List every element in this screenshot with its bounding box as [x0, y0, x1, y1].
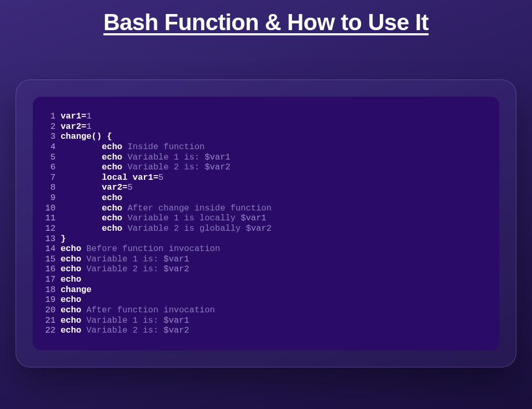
token-cmd: echo [61, 315, 82, 325]
token-cmd: echo [102, 203, 123, 213]
token-cmd: echo [102, 213, 123, 223]
token-num: 1 [86, 122, 91, 131]
line-number: 22 [45, 325, 56, 336]
token-str: After change inside function [127, 203, 271, 213]
token-plain [123, 213, 128, 223]
token-var: $var2 [164, 264, 190, 274]
token-str: Inside function [127, 142, 205, 152]
token-var: $var1 [241, 213, 267, 223]
token-num: 1 [86, 111, 91, 121]
token-plain [81, 325, 86, 335]
code-line: 22echo Variable 2 is: $var2 [45, 325, 487, 336]
code-line: 9 echo [45, 193, 487, 203]
token-var: $var2 [246, 223, 272, 233]
token-plain [61, 152, 102, 162]
line-number: 5 [45, 152, 56, 163]
token-cmd: echo [61, 254, 82, 264]
code-line: 15echo Variable 1 is: $var1 [45, 254, 487, 265]
token-num: 5 [127, 182, 132, 192]
line-number: 11 [45, 213, 56, 223]
token-cmd: echo [61, 274, 82, 284]
code-line: 10 echo After change inside function [45, 203, 487, 214]
token-plain [81, 264, 86, 274]
code-line: 5 echo Variable 1 is: $var1 [45, 152, 487, 163]
token-cmd: echo [61, 264, 82, 274]
token-str: After function invocation [86, 305, 215, 315]
line-number: 9 [45, 193, 56, 203]
line-number: 1 [45, 111, 56, 122]
token-var: $var2 [205, 162, 231, 172]
token-str: Variable 1 is: [86, 254, 164, 264]
token-cmd: change [61, 285, 91, 295]
code-line: 16echo Variable 2 is: $var2 [45, 264, 487, 274]
code-line: 3change() { [45, 131, 487, 142]
token-kw: } [61, 234, 66, 244]
token-plain [61, 142, 102, 152]
token-kw: var1 [61, 111, 82, 121]
token-plain [123, 203, 128, 213]
line-number: 3 [45, 131, 56, 142]
token-plain [61, 193, 102, 203]
code-line: 1var1=1 [45, 111, 487, 122]
line-number: 17 [45, 274, 56, 285]
token-str: Variable 2 is: [127, 162, 205, 172]
token-kw: local var1 [102, 173, 153, 182]
line-number: 14 [45, 244, 56, 254]
code-line: 8 var2=5 [45, 182, 487, 193]
line-number: 12 [45, 223, 56, 234]
code-line: 6 echo Variable 2 is: $var2 [45, 162, 487, 173]
token-cmd: echo [61, 244, 82, 254]
line-number: 20 [45, 305, 56, 315]
token-plain [61, 182, 102, 192]
line-number: 10 [45, 203, 56, 214]
token-cmd: echo [102, 162, 123, 172]
token-plain [123, 223, 128, 233]
code-line: 7 local var1=5 [45, 173, 487, 183]
token-plain [61, 223, 102, 233]
code-line: 11 echo Variable 1 is locally $var1 [45, 213, 487, 223]
code-line: 19echo [45, 295, 487, 305]
code-panel: 1var1=12var2=13change() {4 echo Inside f… [16, 80, 516, 367]
line-number: 18 [45, 285, 56, 295]
token-cmd: echo [102, 193, 123, 203]
token-str: Variable 1 is locally [127, 213, 241, 223]
code-line: 20echo After function invocation [45, 305, 487, 315]
token-plain [61, 173, 102, 182]
token-cmd: echo [61, 305, 82, 315]
page-title: Bash Function & How to Use It [0, 0, 532, 35]
token-kw: var2 [61, 122, 82, 131]
token-plain [61, 213, 102, 223]
code-line: 2var2=1 [45, 122, 487, 132]
line-number: 2 [45, 122, 56, 132]
line-number: 4 [45, 142, 56, 152]
line-number: 21 [45, 315, 56, 326]
line-number: 8 [45, 182, 56, 193]
token-op: = [81, 122, 86, 131]
token-plain [61, 162, 102, 172]
code-line: 13} [45, 234, 487, 244]
token-cmd: echo [102, 142, 123, 152]
line-number: 6 [45, 162, 56, 173]
code-line: 4 echo Inside function [45, 142, 487, 152]
token-plain [61, 203, 102, 213]
token-var: $var1 [205, 152, 231, 162]
code-line: 12 echo Variable 2 is globally $var2 [45, 223, 487, 234]
token-num: 5 [158, 173, 164, 182]
token-plain [123, 142, 128, 152]
token-var: $var1 [164, 254, 190, 264]
token-plain [81, 244, 86, 254]
token-str: Variable 1 is: [127, 152, 205, 162]
code-line: 17echo [45, 274, 487, 285]
token-cmd: echo [61, 325, 82, 335]
line-number: 7 [45, 173, 56, 183]
token-plain [123, 162, 128, 172]
code-line: 18change [45, 285, 487, 295]
token-cmd: echo [102, 152, 123, 162]
code-line: 14echo Before function invocation [45, 244, 487, 254]
token-plain [81, 315, 86, 325]
line-number: 16 [45, 264, 56, 274]
token-plain [123, 152, 128, 162]
token-op: = [123, 182, 128, 192]
token-var: $var1 [164, 315, 190, 325]
token-str: Variable 1 is: [86, 315, 164, 325]
